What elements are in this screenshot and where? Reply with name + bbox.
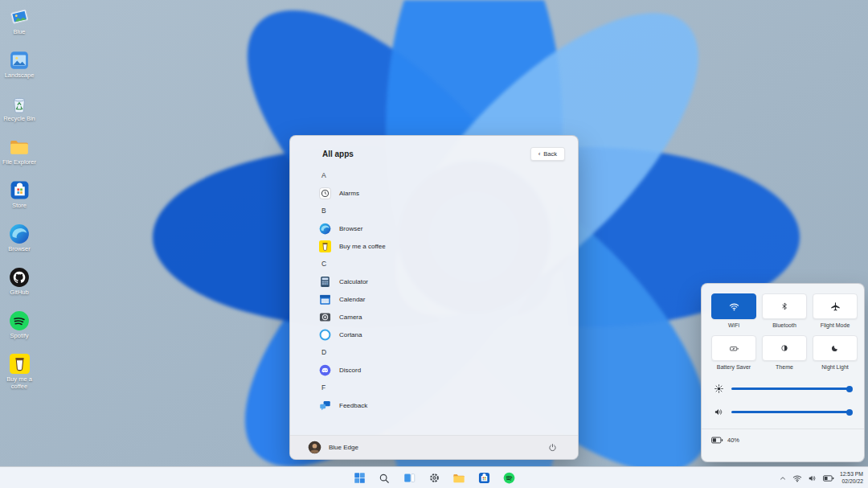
file-explorer-icon xyxy=(452,472,465,485)
app-item-discord[interactable]: Discord xyxy=(319,361,565,379)
app-item-label: Calendar xyxy=(339,296,365,303)
taskbar: 12:53 PM 02/20/22 xyxy=(0,466,868,488)
start-icon xyxy=(354,472,366,484)
taskbar-clock[interactable]: 12:53 PM 02/20/22 xyxy=(840,471,863,486)
task-view-icon xyxy=(403,472,416,484)
quick-setting-bluetooth: Bluetooth xyxy=(762,293,807,328)
app-item-cortana[interactable]: Cortana xyxy=(319,326,565,343)
desktop-icon-label: GitHub xyxy=(10,289,28,297)
app-item-calendar[interactable]: Calendar xyxy=(319,290,565,308)
desktop-icon-store[interactable]: Store xyxy=(0,177,39,220)
volume-slider[interactable] xyxy=(711,400,854,424)
chevron-up-icon xyxy=(779,474,787,482)
app-item-camera[interactable]: Camera xyxy=(319,308,565,326)
flight-mode-toggle[interactable] xyxy=(813,293,858,319)
desktop-icon-label: Spotify xyxy=(10,333,29,340)
battery-saver-icon xyxy=(729,343,739,354)
section-letter-d[interactable]: D xyxy=(319,343,565,361)
desktop-icon-blue[interactable]: Blue xyxy=(0,3,39,47)
cortana-icon xyxy=(319,329,331,341)
tile-label: WiFi xyxy=(728,322,739,328)
wifi-icon xyxy=(729,301,739,312)
store-icon xyxy=(9,179,31,201)
desktop-icon-label: Buy me a coffee xyxy=(1,376,38,390)
section-letter-c[interactable]: C xyxy=(319,255,565,273)
user-name: Blue Edge xyxy=(329,444,358,451)
battery-icon xyxy=(711,436,723,445)
buy-me-a-coffee-icon xyxy=(319,240,331,252)
tile-label: Battery Saver xyxy=(717,364,751,370)
desktop-icon-label: Landscape xyxy=(5,72,35,80)
app-item-label: Buy me a coffee xyxy=(339,243,386,250)
volume-track[interactable] xyxy=(731,411,852,413)
chevron-left-icon: ‹ xyxy=(538,151,541,158)
power-button[interactable] xyxy=(546,441,559,454)
brightness-knob[interactable] xyxy=(846,386,853,392)
tray-network-button[interactable] xyxy=(792,474,802,483)
app-item-feedback[interactable]: Feedback xyxy=(319,396,565,414)
desktop-icon-browser[interactable]: Browser xyxy=(0,220,39,264)
section-letter-f[interactable]: F xyxy=(319,379,565,396)
desktop-icon-recycle-bin[interactable]: Recycle Bin xyxy=(0,90,39,133)
start-button[interactable] xyxy=(350,470,368,487)
app-item-browser[interactable]: Browser xyxy=(319,219,565,237)
desktop-icon-file-explorer[interactable]: File Explorer xyxy=(0,133,39,177)
desktop-icon-label: Blue xyxy=(13,29,25,36)
store-icon xyxy=(478,472,490,484)
bluetooth-icon xyxy=(780,301,789,311)
tile-label: Bluetooth xyxy=(772,322,796,328)
wifi-toggle[interactable] xyxy=(711,293,756,319)
theme-toggle[interactable] xyxy=(762,335,807,361)
calendar-icon xyxy=(319,293,331,306)
taskbar-center-icons xyxy=(350,467,518,488)
blue-image-icon xyxy=(9,6,31,27)
desktop-icon-label: File Explorer xyxy=(2,159,36,166)
clock-time: 12:53 PM xyxy=(840,471,863,478)
search-icon xyxy=(379,473,390,484)
show-hidden-icons-button[interactable] xyxy=(779,474,787,482)
section-letter-b[interactable]: B xyxy=(319,202,565,219)
power-icon xyxy=(548,443,557,452)
user-account-button[interactable]: Blue Edge xyxy=(308,441,358,454)
battery-status[interactable]: 40% xyxy=(711,429,854,451)
task-view-button[interactable] xyxy=(400,470,418,487)
spotify-icon xyxy=(503,472,515,484)
tray-battery-button[interactable] xyxy=(823,474,834,482)
app-item-alarms[interactable]: Alarms xyxy=(319,184,565,202)
quick-setting-flight-mode: Flight Mode xyxy=(813,293,858,328)
tile-label: Flight Mode xyxy=(821,322,850,328)
landscape-image-icon xyxy=(9,49,31,71)
settings-button[interactable] xyxy=(425,470,443,487)
battery-saver-toggle[interactable] xyxy=(711,335,756,361)
night-light-toggle[interactable] xyxy=(813,335,858,361)
back-button[interactable]: ‹ Back xyxy=(530,147,565,161)
search-button[interactable] xyxy=(375,470,393,487)
tray-volume-button[interactable] xyxy=(808,474,817,483)
airplane-icon xyxy=(830,301,841,312)
file-explorer-button[interactable] xyxy=(450,470,468,487)
bluetooth-toggle[interactable] xyxy=(762,293,807,319)
user-avatar xyxy=(308,441,321,454)
desktop-icon-buy-me-a-coffee[interactable]: Buy me a coffee xyxy=(0,351,39,394)
speaker-icon xyxy=(808,474,817,483)
store-button[interactable] xyxy=(475,470,493,487)
desktop-icon-github[interactable]: GitHub xyxy=(0,264,39,307)
brightness-slider[interactable] xyxy=(711,377,854,400)
camera-icon xyxy=(319,311,331,323)
desktop-icon-landscape[interactable]: Landscape xyxy=(0,47,39,90)
start-menu-user-bar: Blue Edge xyxy=(290,435,578,459)
volume-knob[interactable] xyxy=(846,409,853,416)
desktop-icon-column: Blue Landscape Recycle Bin File Explorer… xyxy=(0,3,39,394)
moon-icon xyxy=(830,343,840,353)
tile-label: Theme xyxy=(776,364,793,370)
brightness-track[interactable] xyxy=(731,388,852,390)
desktop-icon-spotify[interactable]: Spotify xyxy=(0,307,39,351)
spotify-button[interactable] xyxy=(500,470,518,487)
all-apps-list: A Alarms B Browser Buy me a coffee C xyxy=(319,166,565,414)
app-item-calculator[interactable]: Calculator xyxy=(319,273,565,290)
all-apps-title: All apps xyxy=(322,150,354,158)
app-item-buy-me-a-coffee[interactable]: Buy me a coffee xyxy=(319,237,565,255)
edge-browser-icon xyxy=(9,223,31,244)
section-letter-a[interactable]: A xyxy=(319,166,565,184)
quick-setting-wifi: WiFi xyxy=(711,293,756,328)
